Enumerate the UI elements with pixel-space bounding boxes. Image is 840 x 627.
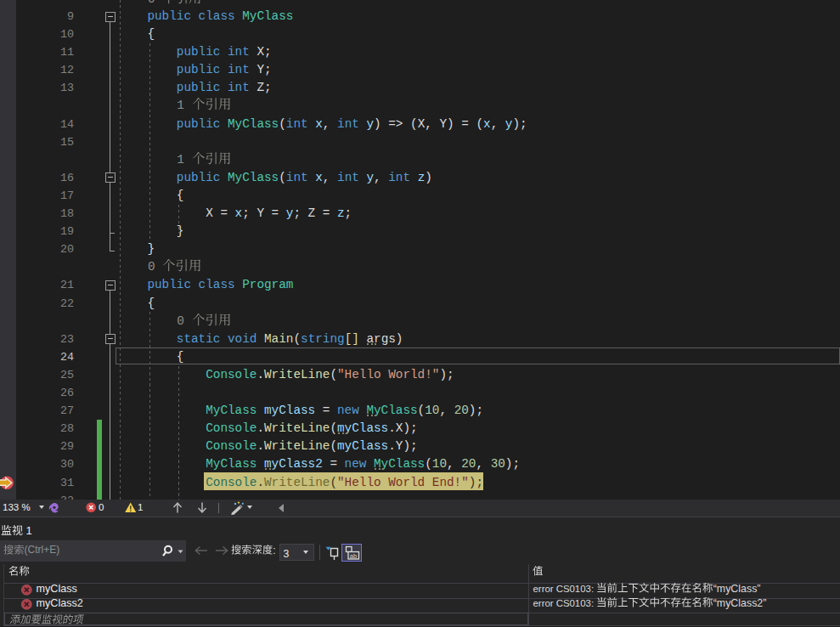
svg-text:ab: ab [350, 552, 357, 560]
